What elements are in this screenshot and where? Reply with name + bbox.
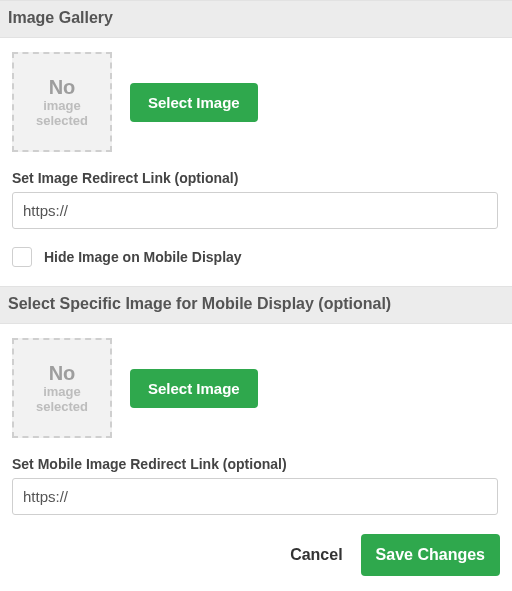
select-image-button[interactable]: Select Image	[130, 83, 258, 122]
placeholder-line3: selected	[36, 114, 88, 129]
placeholder-mobile-line1: No	[49, 362, 76, 385]
mobile-image-placeholder: No image selected	[12, 338, 112, 438]
select-mobile-image-button[interactable]: Select Image	[130, 369, 258, 408]
section-body-mobile: No image selected Select Image Set Mobil…	[0, 324, 512, 530]
hide-on-mobile-checkbox[interactable]	[12, 247, 32, 267]
hide-on-mobile-label: Hide Image on Mobile Display	[44, 249, 242, 265]
section-header-gallery: Image Gallery	[0, 0, 512, 38]
section-header-mobile: Select Specific Image for Mobile Display…	[0, 286, 512, 324]
placeholder-mobile-line2: image	[43, 385, 81, 400]
dialog-footer: Cancel Save Changes	[0, 530, 512, 591]
placeholder-line1: No	[49, 76, 76, 99]
placeholder-line2: image	[43, 99, 81, 114]
section-body-gallery: No image selected Select Image Set Image…	[0, 38, 512, 286]
redirect-link-label: Set Image Redirect Link (optional)	[12, 170, 500, 186]
mobile-redirect-link-input[interactable]	[12, 478, 498, 515]
save-changes-button[interactable]: Save Changes	[361, 534, 500, 576]
mobile-redirect-link-label: Set Mobile Image Redirect Link (optional…	[12, 456, 500, 472]
placeholder-mobile-line3: selected	[36, 400, 88, 415]
cancel-button[interactable]: Cancel	[290, 546, 342, 564]
redirect-link-input[interactable]	[12, 192, 498, 229]
image-placeholder: No image selected	[12, 52, 112, 152]
